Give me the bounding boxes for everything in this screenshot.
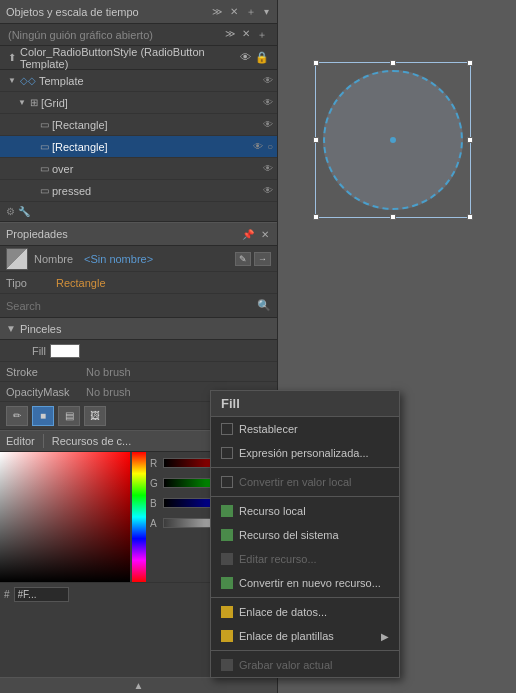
tree-label-rect2: [Rectangle] xyxy=(52,141,253,153)
rect2-icon: ▭ xyxy=(40,141,49,152)
circle-shape[interactable] xyxy=(323,70,463,210)
handle-tr[interactable] xyxy=(467,60,473,66)
collapse-icon[interactable]: ≫ xyxy=(210,5,224,18)
tool-image[interactable]: 🖼 xyxy=(84,406,106,426)
eye-pressed[interactable]: 👁 xyxy=(263,185,277,196)
header-icons: ≫ ✕ ＋ ▾ xyxy=(210,4,271,20)
tool-square[interactable]: ■ xyxy=(32,406,54,426)
tool-gradient[interactable]: ▤ xyxy=(58,406,80,426)
hue-bar[interactable] xyxy=(132,452,146,582)
handle-rm[interactable] xyxy=(467,137,473,143)
handle-bm[interactable] xyxy=(390,214,396,220)
handle-tm[interactable] xyxy=(390,60,396,66)
expand-arrow-grid: ▼ xyxy=(18,98,30,107)
nombre-val: <Sin nombre> xyxy=(84,253,235,265)
ctx-editar-recurso: Editar recurso... xyxy=(211,547,399,571)
ctx-color-grabar xyxy=(221,659,233,671)
no-graphic-icon3[interactable]: ＋ xyxy=(255,27,269,43)
ctx-label-enlace-datos: Enlace de datos... xyxy=(239,606,327,618)
properties-title: Propiedades xyxy=(6,228,68,240)
stroke-label: Stroke xyxy=(6,366,86,378)
hex-input[interactable] xyxy=(14,587,69,602)
tipo-val: Rectangle xyxy=(56,277,271,289)
r-label: R xyxy=(150,458,160,469)
eye-template[interactable]: 👁 xyxy=(263,75,277,86)
handle-lm[interactable] xyxy=(313,137,319,143)
ctx-label-recurso-sistema: Recurso del sistema xyxy=(239,529,339,541)
tree-item-over[interactable]: ▭ over 👁 xyxy=(0,158,277,180)
eye-icon[interactable]: 👁 xyxy=(240,51,251,64)
toolbar-row: ⚙ 🔧 xyxy=(0,202,277,222)
ctx-convertir-nuevo[interactable]: Convertir en nuevo recurso... xyxy=(211,571,399,595)
ctx-label-restablecer: Restablecer xyxy=(239,423,298,435)
ctx-color-plantillas xyxy=(221,630,233,642)
fill-label: Fill xyxy=(6,345,46,357)
eye-over[interactable]: 👁 xyxy=(263,163,277,174)
lock-icon[interactable]: 🔒 xyxy=(255,51,269,64)
ctx-label-expresion: Expresión personalizada... xyxy=(239,447,369,459)
ctx-divider4 xyxy=(211,650,399,651)
canvas-area xyxy=(288,30,498,250)
hex-label: # xyxy=(4,589,10,600)
handle-tl[interactable] xyxy=(313,60,319,66)
tree-item-template[interactable]: ▼ ◇◇ Template 👁 xyxy=(0,70,277,92)
eye-rect2[interactable]: 👁 xyxy=(253,141,267,152)
eye-rect1[interactable]: 👁 xyxy=(263,119,277,130)
tree-label-pressed: pressed xyxy=(52,185,263,197)
add-icon[interactable]: ＋ xyxy=(244,4,258,20)
no-graphic-bar: (Ningún guión gráfico abierto) ≫ ✕ ＋ xyxy=(0,24,277,46)
ctx-color-recurso-local xyxy=(221,505,233,517)
edit-icon[interactable]: ✎ xyxy=(235,252,251,266)
bottom-expand[interactable]: ▲ xyxy=(0,677,277,693)
pinceles-title: Pinceles xyxy=(20,323,62,335)
menu-icon[interactable]: ▾ xyxy=(262,5,271,18)
tree-label-rect1: [Rectangle] xyxy=(52,119,263,131)
properties-header: Propiedades 📌 ✕ xyxy=(0,222,277,246)
tree-item-rect1[interactable]: ▭ [Rectangle] 👁 xyxy=(0,114,277,136)
tool-pencil[interactable]: ✏ xyxy=(6,406,28,426)
ctx-enlace-datos[interactable]: Enlace de datos... xyxy=(211,600,399,624)
ctx-expresion[interactable]: Expresión personalizada... xyxy=(211,441,399,465)
close-icon[interactable]: ✕ xyxy=(228,5,240,18)
color-swatch[interactable] xyxy=(6,248,28,270)
search-icon: 🔍 xyxy=(257,299,271,312)
tree-item-rect2[interactable]: ▭ [Rectangle] 👁 ○ xyxy=(0,136,277,158)
tree-label-grid: [Grid] xyxy=(41,97,263,109)
ctx-restablecer[interactable]: Restablecer xyxy=(211,417,399,441)
ctx-color-datos xyxy=(221,606,233,618)
pinceles-expand[interactable]: ▼ xyxy=(6,323,16,334)
color-radio-label: Color_RadioButtonStyle (RadioButton Temp… xyxy=(20,46,236,70)
color-radio-icons: 👁 🔒 xyxy=(240,51,269,64)
search-bar: 🔍 xyxy=(0,294,277,318)
ctx-label-grabar: Grabar valor actual xyxy=(239,659,333,671)
ctx-enlace-plantillas[interactable]: Enlace de plantillas ▶ Background ↖ Bord… xyxy=(211,624,399,648)
color-spectrum[interactable] xyxy=(0,452,130,582)
recursos-title: Recursos de c... xyxy=(52,435,131,447)
rect1-icon: ▭ xyxy=(40,119,49,130)
fill-swatch[interactable] xyxy=(50,344,80,358)
ctx-grabar-valor: Grabar valor actual xyxy=(211,653,399,677)
ctx-recurso-sistema[interactable]: Recurso del sistema xyxy=(211,523,399,547)
eye-grid[interactable]: 👁 xyxy=(263,97,277,108)
tree-item-grid[interactable]: ▼ ⊞ [Grid] 👁 xyxy=(0,92,277,114)
ctx-color-editar xyxy=(221,553,233,565)
no-graphic-icon1[interactable]: ≫ xyxy=(223,27,237,43)
upload-icon: ⬆ xyxy=(8,52,16,63)
ctx-divider2 xyxy=(211,496,399,497)
nav-icon[interactable]: → xyxy=(254,252,271,266)
color-radio-line: ⬆ Color_RadioButtonStyle (RadioButton Te… xyxy=(0,46,277,70)
timeline-header: Objetos y escala de tiempo ≫ ✕ ＋ ▾ xyxy=(0,0,277,24)
lock-rect2[interactable]: ○ xyxy=(267,141,277,152)
no-graphic-icon2[interactable]: ✕ xyxy=(240,27,252,43)
ctx-recurso-local[interactable]: Recurso local xyxy=(211,499,399,523)
ctx-label-convertir-nuevo: Convertir en nuevo recurso... xyxy=(239,577,381,589)
handle-br[interactable] xyxy=(467,214,473,220)
search-input[interactable] xyxy=(6,300,257,312)
props-pin-icon[interactable]: 📌 xyxy=(240,228,256,241)
stroke-row: Stroke No brush xyxy=(0,362,277,382)
props-close-icon[interactable]: ✕ xyxy=(259,228,271,241)
tree-label-template: Template xyxy=(39,75,263,87)
handle-bl[interactable] xyxy=(313,214,319,220)
ctx-check-expresion xyxy=(221,447,233,459)
tree-item-pressed[interactable]: ▭ pressed 👁 xyxy=(0,180,277,202)
